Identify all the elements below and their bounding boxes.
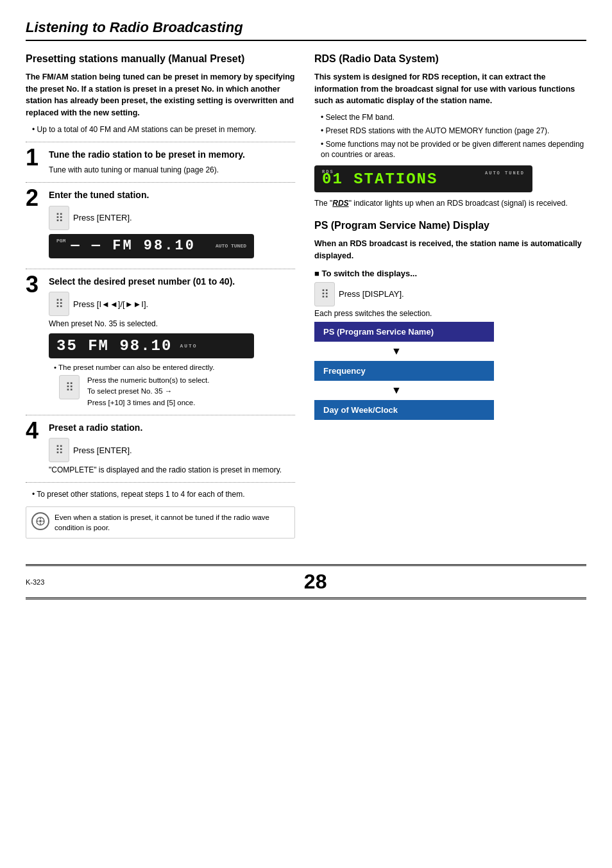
step3-preset-note: When preset No. 35 is selected. xyxy=(49,319,295,330)
step2-display: PGM — — FM 98.10 AUTO TUNED xyxy=(49,234,295,258)
arrow2: ▼ xyxy=(391,385,586,396)
sep2 xyxy=(26,182,295,183)
switch-press-text: Press [DISPLAY]. xyxy=(339,289,404,299)
step1-heading: Tune the radio station to be preset in m… xyxy=(49,149,295,162)
step3-content: Select the desired preset number (01 to … xyxy=(49,276,295,408)
switch-press-row: Press [DISPLAY]. xyxy=(314,282,586,306)
remote-icon-step3 xyxy=(49,292,69,316)
sub-bullet-direct: The preset number can also be entered di… xyxy=(54,362,295,372)
step3-preset-text: 35 FM 98.10 xyxy=(56,337,172,355)
step2-press-row: Press [ENTER]. xyxy=(49,206,295,230)
remote-icon-step4 xyxy=(49,438,69,462)
pgm-label: PGM xyxy=(56,238,65,244)
footer-page: 28 xyxy=(304,570,327,594)
ps-intro: When an RDS broadcast is received, the s… xyxy=(314,238,586,262)
left-column: Presetting stations manually (Manual Pre… xyxy=(26,53,295,545)
footer-code: K-323 xyxy=(26,578,44,586)
remote-icon-display xyxy=(314,282,335,306)
step4-body: "COMPLETE" is displayed and the radio st… xyxy=(49,465,295,476)
page-title: Listening to Radio Broadcasting xyxy=(26,19,586,41)
gear-icon xyxy=(35,516,46,526)
step4-num: 4 xyxy=(26,419,49,442)
rds-bullet2: Preset RDS stations with the AUTO MEMORY… xyxy=(321,126,586,137)
step4-row: 4 Preset a radio station. Press [ENTER].… xyxy=(26,422,295,476)
step3-num: 3 xyxy=(26,273,49,296)
freq-label: Frequency xyxy=(323,366,366,376)
rds-bold-text: RDS xyxy=(332,199,348,208)
step2-content: Enter the tuned station. Press [ENTER]. … xyxy=(49,189,295,262)
step1-body: Tune with auto tuning or manual tuning (… xyxy=(49,165,295,176)
sep3 xyxy=(26,269,295,269)
manual-preset-title: Presetting stations manually (Manual Pre… xyxy=(26,53,295,66)
caution-icon xyxy=(31,512,49,530)
rds-intro: This system is designed for RDS receptio… xyxy=(314,71,586,107)
sep5 xyxy=(26,482,295,483)
sub-note1: To select preset No. 35 → xyxy=(87,386,209,397)
switch-note: Each press switches the selection. xyxy=(314,309,586,318)
right-column: RDS (Radio Data System) This system is d… xyxy=(314,53,586,545)
rds-bullet3: Some functions may not be provided or be… xyxy=(321,139,586,161)
step4-press-row: Press [ENTER]. xyxy=(49,438,295,462)
step4-press-text: Press [ENTER]. xyxy=(73,446,132,455)
sub-press-text: Press the numeric button(s) to select. xyxy=(87,375,209,386)
step4-content: Preset a radio station. Press [ENTER]. "… xyxy=(49,422,295,476)
ps-title: PS (Program Service Name) Display xyxy=(314,219,586,233)
remote-icon-sub xyxy=(59,375,80,399)
dow-label: Day of Week/Clock xyxy=(323,405,398,415)
caution-text: Even when a station is preset, it cannot… xyxy=(55,512,289,533)
rds-display-screen: RDS 01 STATIONS AUTO TUNED xyxy=(314,165,532,192)
step3-row: 3 Select the desired preset number (01 t… xyxy=(26,276,295,408)
freq-box: Frequency xyxy=(314,361,494,381)
rds-display-text: 01 STATIONS xyxy=(322,171,438,188)
rds-bullet1: Select the FM band. xyxy=(321,112,586,123)
step3-heading: Select the desired preset number (01 to … xyxy=(49,276,295,288)
ps-label: PS xyxy=(323,327,334,337)
step1-num: 1 xyxy=(26,146,49,169)
rds-auto-label: AUTO TUNED xyxy=(485,171,525,176)
step2-heading: Enter the tuned station. xyxy=(49,189,295,202)
sub-press-content: Press the numeric button(s) to select. T… xyxy=(87,375,209,408)
step3-display-screen: 35 FM 98.10 AUTO xyxy=(49,333,254,358)
step3-press-text: Press [I◄◄]/[►►I]. xyxy=(73,299,148,309)
rds-display-inner: RDS 01 STATIONS AUTO TUNED xyxy=(322,171,525,188)
svg-point-1 xyxy=(39,520,42,522)
rds-small-label: RDS xyxy=(322,169,334,174)
step1-content: Tune the radio station to be preset in m… xyxy=(49,149,295,176)
auto-tuned-label: AUTO TUNED xyxy=(216,243,246,249)
ps-box: PS (Program Service Name) xyxy=(314,322,494,342)
sub-note2: Press [+10] 3 times and [5] once. xyxy=(87,397,209,408)
step2-row: 2 Enter the tuned station. Press [ENTER]… xyxy=(26,189,295,262)
remote-icon-step2 xyxy=(49,206,69,230)
step2-press-text: Press [ENTER]. xyxy=(73,213,132,222)
step2-freq: — — FM 98.10 xyxy=(71,238,195,254)
rds-display-wrapper: RDS 01 STATIONS AUTO TUNED xyxy=(314,165,586,192)
switch-heading: To switch the displays... xyxy=(314,269,586,278)
sub-press-row: Press the numeric button(s) to select. T… xyxy=(59,375,295,408)
arrow1: ▼ xyxy=(391,346,586,357)
step2-display-screen: PGM — — FM 98.10 AUTO TUNED xyxy=(49,234,254,258)
rds-title: RDS (Radio Data System) xyxy=(314,53,586,66)
dow-box: Day of Week/Clock xyxy=(314,400,494,420)
bullet-memory: Up to a total of 40 FM and AM stations c… xyxy=(32,124,295,135)
step1-row: 1 Tune the radio station to be preset in… xyxy=(26,149,295,176)
rds-indicator-note: The "RDS" indicator lights up when an RD… xyxy=(314,197,586,209)
ps-rest: (Program Service Name) xyxy=(337,327,434,337)
manual-preset-intro: The FM/AM station being tuned can be pre… xyxy=(26,71,295,119)
step2-num: 2 xyxy=(26,187,49,210)
sep4 xyxy=(26,415,295,415)
caution-box: Even when a station is preset, it cannot… xyxy=(26,506,295,538)
footer: K-323 28 xyxy=(26,564,586,599)
repeat-note: To preset other stations, repeat steps 1… xyxy=(32,489,295,500)
sep1 xyxy=(26,142,295,142)
step3-display: 35 FM 98.10 AUTO xyxy=(49,333,295,358)
step3-auto: AUTO xyxy=(180,343,197,349)
step3-press-row: Press [I◄◄]/[►►I]. xyxy=(49,292,295,316)
step4-heading: Preset a radio station. xyxy=(49,422,295,435)
